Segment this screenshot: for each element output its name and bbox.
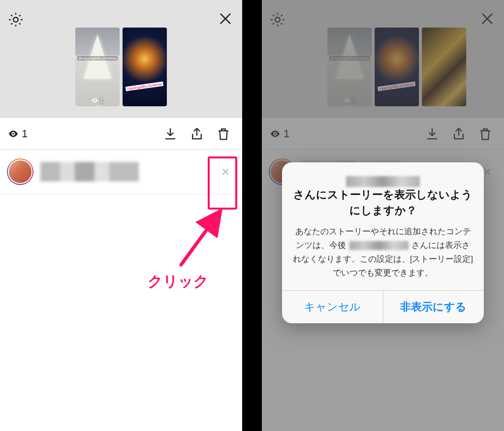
dialog-message: あなたのストーリーやそれに追加されたコンテンツは、今後 さんには表示されなくなり… <box>292 224 474 279</box>
annotation-label: クリック <box>148 272 209 292</box>
story-header: @roppongihills.christmas 1 roppongihills… <box>0 0 242 118</box>
story-viewers-panel-left: @roppongihills.christmas 1 roppongihills… <box>0 0 242 431</box>
annotation-arrow-icon <box>171 207 230 271</box>
thumb-view-count: 1 <box>92 96 104 104</box>
svg-point-0 <box>13 17 18 22</box>
hide-story-dialog: さんにストーリーを表示しないようにしますか？ あなたのストーリーやそれに追加され… <box>282 162 484 323</box>
viewer-username-redacted <box>40 162 139 182</box>
story-viewers-panel-right: @roppongihills.christmas 1 roppongihills… <box>262 0 504 431</box>
story-thumbnails: @roppongihills.christmas 1 roppongihills… <box>75 28 167 106</box>
download-icon[interactable] <box>159 123 181 145</box>
viewer-list-item <box>0 150 242 194</box>
username-redacted <box>346 176 420 187</box>
dialog-cancel-button[interactable]: キャンセル <box>282 291 383 323</box>
viewer-count: 1 <box>8 127 28 140</box>
svg-point-1 <box>12 133 14 135</box>
hide-viewer-button[interactable] <box>219 165 232 179</box>
settings-icon[interactable] <box>7 11 25 29</box>
delete-icon[interactable] <box>213 123 234 145</box>
username-redacted <box>349 241 409 250</box>
viewer-avatar[interactable] <box>7 158 33 185</box>
story-thumb-1[interactable]: @roppongihills.christmas 1 <box>75 28 120 106</box>
story-thumb-2[interactable]: roppongihills.christmas <box>123 28 167 106</box>
thumb-tag: @roppongihills.christmas <box>77 56 118 61</box>
thumb-tag: roppongihills.christmas <box>126 82 164 92</box>
close-icon[interactable] <box>218 11 233 27</box>
panel-divider <box>242 0 262 431</box>
share-icon[interactable] <box>186 123 208 145</box>
dialog-title: さんにストーリーを表示しないようにしますか？ <box>292 176 474 218</box>
story-toolbar: 1 <box>0 118 242 150</box>
dialog-confirm-button[interactable]: 非表示にする <box>383 291 484 323</box>
